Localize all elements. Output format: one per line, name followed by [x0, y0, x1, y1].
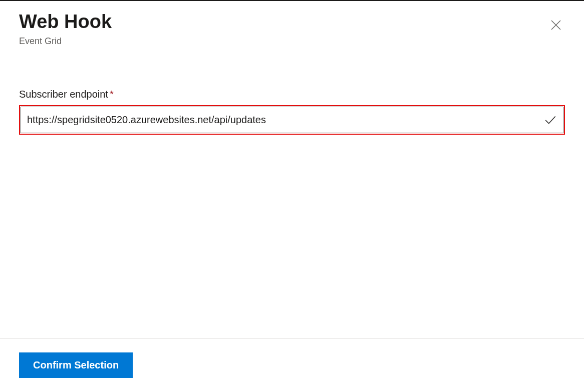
page-title: Web Hook [19, 11, 112, 33]
webhook-panel: Web Hook Event Grid Subscriber endpoint … [0, 1, 584, 392]
checkmark-icon [544, 113, 557, 126]
page-subtitle: Event Grid [19, 36, 112, 47]
endpoint-input-wrap[interactable] [21, 107, 563, 133]
subscriber-endpoint-input[interactable] [27, 114, 539, 126]
endpoint-label: Subscriber endpoint [19, 89, 108, 100]
close-button[interactable] [547, 16, 565, 36]
close-icon [550, 19, 562, 33]
confirm-selection-button[interactable]: Confirm Selection [19, 352, 133, 378]
required-indicator: * [110, 89, 114, 99]
spacer [19, 135, 565, 338]
panel-footer: Confirm Selection [0, 338, 584, 392]
panel-header: Web Hook Event Grid [19, 11, 565, 47]
endpoint-highlight-border [19, 105, 565, 135]
endpoint-label-row: Subscriber endpoint * [19, 89, 565, 100]
panel-header-text: Web Hook Event Grid [19, 11, 112, 47]
form-area: Subscriber endpoint * [19, 89, 565, 135]
